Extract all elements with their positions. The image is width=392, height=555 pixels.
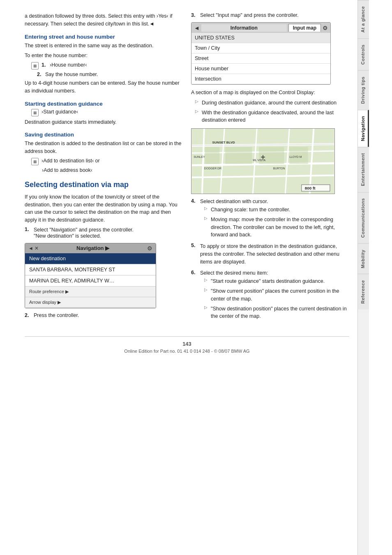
menu-row-new-dest-text: New destination — [29, 256, 66, 261]
nav-screen-tab: Input map — [288, 24, 321, 32]
svg-text:DODGER DR: DODGER DR — [204, 167, 221, 170]
menu-row-santa-barbara: SANTA BARBARA, MONTERREY ST — [25, 264, 156, 275]
tab-entertainment[interactable]: Entertainment — [358, 147, 369, 192]
tab-controls[interactable]: Controls — [358, 38, 369, 70]
menu-header-title: Navigation ▶ — [76, 245, 109, 251]
section1-para2: To enter the house number: — [25, 52, 183, 60]
right-step4: 4. Select destination with cursor. ▷ Cha… — [191, 198, 349, 241]
menu-row-arrow-text: Arrow display ▶ — [29, 300, 61, 305]
map-step1-num: 1. — [25, 227, 31, 232]
svg-rect-12 — [225, 147, 252, 164]
map-step1-text: Select "Navigation" and press the contro… — [34, 227, 134, 233]
tab-reference[interactable]: Reference — [358, 274, 369, 310]
step1-row: ▩ 1. ›House number‹ — [31, 62, 183, 69]
menu-row-marina: MARINA DEL REY, ADMIRALTY W… — [25, 275, 156, 287]
nav-row-intersection: Intersection — [191, 74, 330, 84]
nav-row-town-text: Town / City — [195, 45, 220, 51]
section4-para: If you only know the location of the tow… — [25, 193, 183, 224]
tab-navigation[interactable]: Navigation — [358, 110, 369, 147]
svg-text:800 ft: 800 ft — [305, 186, 316, 190]
menu-row-marina-text: MARINA DEL REY, ADMIRALTY W… — [29, 278, 114, 284]
nav-back-icon: ◄ — [194, 25, 200, 31]
map-bullet2-text: With the destination guidance deactivate… — [202, 109, 349, 125]
right-step3: 3. Select "Input map" and press the cont… — [191, 12, 349, 18]
right-step5: 5. To apply or store the destination in … — [191, 243, 349, 268]
bullet-triangle-icon-6: ▷ — [204, 287, 208, 292]
nav-row-town: Town / City — [191, 43, 330, 53]
nav-row-intersection-text: Intersection — [195, 76, 221, 82]
step6-bullet1-text: "Start route guidance" starts destinatio… — [211, 278, 325, 285]
map-desc-intro: A section of a map is displayed on the C… — [191, 89, 349, 97]
saving-step1-row: ▩ ›Add to destination list‹ or — [31, 158, 183, 165]
map-step2: 2. Press the controller. — [25, 312, 183, 318]
section3-para: The destination is added to the destinat… — [25, 140, 183, 155]
step4-bullet1-text: Changing scale: turn the controller. — [211, 206, 290, 214]
page-footer: 143 Online Edition for Part no. 01 41 0 … — [25, 336, 349, 354]
step1-text: ›House number‹ — [50, 62, 87, 68]
tab-mobility[interactable]: Mobility — [358, 243, 369, 274]
nav-settings-icon: ⚙ — [323, 25, 328, 31]
section-heading-saving: Saving destination — [25, 132, 183, 138]
map-step1-sub: "New destination" is selected. — [34, 233, 101, 239]
step4-bullet1: ▷ Changing scale: turn the controller. — [204, 206, 349, 214]
right-step3-text: Select "Input map" and press the control… — [200, 12, 299, 18]
svg-text:LLOYD M: LLOYD M — [289, 155, 302, 158]
nav-row-street: Street — [191, 53, 330, 64]
section-heading-guidance: Starting destination guidance — [25, 101, 183, 107]
menu-row-new-dest: New destination — [25, 253, 156, 264]
nav-row-house: House number — [191, 64, 330, 74]
step-icon-1: ▩ — [31, 62, 39, 69]
section-heading-street: Entering street and house number — [25, 34, 183, 40]
svg-text:SUNLEY: SUNLEY — [194, 155, 205, 158]
step1-num: 1. — [42, 62, 48, 68]
map-mockup: SUNSET BLVD SUNLEY LLOYD M ML VISTA DODG… — [191, 128, 335, 194]
tab-at-a-glance[interactable]: At a glance — [358, 0, 369, 38]
right-step5-num: 5. — [191, 243, 198, 248]
right-column: 3. Select "Input map" and press the cont… — [191, 12, 349, 324]
step2-num: 2. — [37, 72, 44, 77]
nav-screen-header: ◄ Information Input map ⚙ — [191, 23, 330, 33]
step6-bullet2: ▷ "Show current position" places the cur… — [204, 287, 349, 303]
menu-screen: ◄ ✕ Navigation ▶ ⚙ New destination SANTA… — [25, 243, 156, 308]
step2-row: 2. Say the house number. — [37, 72, 183, 77]
right-step6-text: Select the desired menu item: — [200, 270, 268, 276]
bullet-triangle-icon-7: ▷ — [204, 305, 208, 310]
left-column: a destination followed by three dots. Se… — [25, 12, 183, 324]
svg-text:ML VISTA: ML VISTA — [253, 159, 265, 162]
section-heading-map: Selecting destination via map — [25, 180, 183, 189]
svg-text:SUNSET BLVD: SUNSET BLVD — [212, 141, 235, 144]
right-step4-text: Select destination with cursor. — [200, 199, 268, 204]
step6-bullet2-text: "Show current position" places the curre… — [211, 287, 349, 303]
nav-row-country-text: UNITED STATES — [195, 35, 235, 41]
nav-screen: ◄ Information Input map ⚙ UNITED STATES … — [191, 22, 331, 85]
bullet-triangle-icon-2: ▷ — [195, 109, 198, 113]
intro-text: a destination followed by three dots. Se… — [25, 12, 183, 28]
menu-row-santa-barbara-text: SANTA BARBARA, MONTERREY ST — [29, 267, 115, 273]
step6-bullet1: ▷ "Start route guidance" starts destinat… — [204, 278, 349, 285]
menu-row-route: Route preference ▶ — [25, 287, 156, 297]
map-step2-text: Press the controller. — [34, 312, 79, 318]
tab-communications[interactable]: Communications — [358, 192, 369, 243]
right-tabs: At a glance Controls Driving tips Naviga… — [357, 0, 369, 555]
section1-para3: Up to 4-digit house numbers can be enter… — [25, 79, 183, 95]
right-step6: 6. Select the desired menu item: ▷ "Star… — [191, 270, 349, 322]
menu-row-route-text: Route preference ▶ — [29, 289, 69, 294]
guidance-step-row: ▩ ›Start guidance‹ — [31, 109, 183, 116]
step4-bullet2-text: Moving map: move the controller in the c… — [211, 216, 349, 239]
right-step5-text: To apply or store the destination in the… — [200, 243, 349, 266]
menu-left-icon: ◄ ✕ — [28, 245, 39, 251]
saving-step1-text: ›Add to destination list‹ or — [42, 158, 100, 164]
nav-row-house-text: House number — [195, 66, 228, 72]
svg-rect-11 — [205, 147, 220, 164]
page-number: 143 — [25, 341, 349, 347]
section1-para1: The street is entered in the same way as… — [25, 42, 183, 50]
section2-para: Destination guidance starts immediately. — [25, 118, 183, 126]
footer-text: Online Edition for Part no. 01 41 0 014 … — [124, 349, 249, 354]
saving-step2-row: ›Add to address book‹ — [42, 167, 183, 173]
right-step6-num: 6. — [191, 270, 198, 275]
menu-header: ◄ ✕ Navigation ▶ ⚙ — [25, 243, 156, 253]
tab-driving-tips[interactable]: Driving tips — [358, 70, 369, 110]
nav-row-street-text: Street — [195, 56, 208, 61]
menu-row-arrow: Arrow display ▶ — [25, 297, 156, 308]
bullet-triangle-icon-4: ▷ — [204, 216, 208, 220]
